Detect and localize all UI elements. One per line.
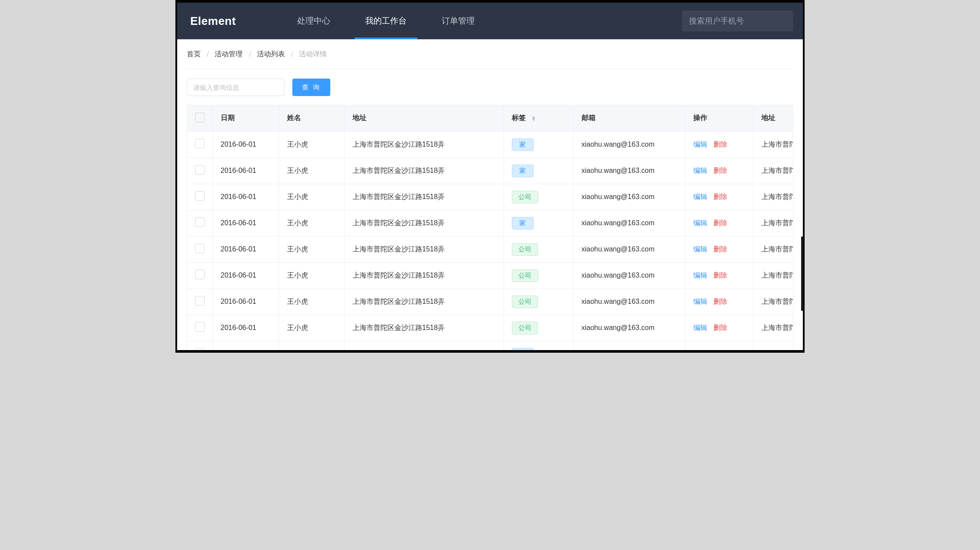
data-table: 日期 姓名 地址 标签 ▲▼ 邮箱 操作 地址 2016-06-01王小虎上海市…: [187, 105, 793, 353]
app-window: Element 处理中心我的工作台订单管理 首页/活动管理/活动列表/活动详情 …: [175, 0, 805, 353]
edit-link[interactable]: 编辑: [693, 350, 707, 353]
delete-link[interactable]: 删除: [713, 272, 727, 279]
cell-checkbox: [187, 184, 212, 210]
cell-ops: 编辑删除: [685, 210, 753, 236]
cell-addr: 上海市普陀区金沙江路1518弄: [344, 210, 504, 236]
col-addr[interactable]: 地址: [344, 105, 504, 131]
breadcrumb-item[interactable]: 首页: [187, 50, 201, 59]
tag-home: 家: [512, 138, 534, 151]
cell-name: 王小虎: [279, 262, 344, 289]
cell-addr: 上海市普陀区金沙江路1518弄: [344, 262, 504, 289]
delete-link[interactable]: 删除: [713, 245, 727, 253]
table-row: 2016-06-01王小虎上海市普陀区金沙江路1518弄家xiaohu.wang…: [187, 131, 793, 158]
delete-link[interactable]: 删除: [713, 350, 727, 353]
search-input[interactable]: [682, 10, 793, 31]
table-row: 2016-06-01王小虎上海市普陀区金沙江路1518弄公司xiaohu.wan…: [187, 262, 793, 289]
table-wrap: 日期 姓名 地址 标签 ▲▼ 邮箱 操作 地址 2016-06-01王小虎上海市…: [187, 105, 793, 353]
cell-addr: 上海市普陀区金沙江路1518弄: [344, 158, 504, 184]
col-email[interactable]: 邮箱: [573, 105, 685, 131]
cell-date: 2016-06-01: [212, 236, 279, 262]
cell-date: 2016-06-01: [212, 315, 279, 341]
tag-office: 公司: [512, 322, 538, 334]
breadcrumb-item[interactable]: 活动管理: [215, 50, 243, 59]
row-checkbox[interactable]: [195, 322, 205, 332]
cell-checkbox: [187, 262, 212, 289]
edit-link[interactable]: 编辑: [693, 167, 707, 174]
cell-ops: 编辑删除: [685, 341, 753, 353]
edit-link[interactable]: 编辑: [693, 272, 707, 279]
row-checkbox[interactable]: [195, 217, 205, 227]
row-checkbox[interactable]: [195, 139, 205, 148]
table-row: 2016-06-01王小虎上海市普陀区金沙江路1518弄公司xiaohu.wan…: [187, 289, 793, 315]
cell-addr2: 上海市普陀区: [753, 315, 793, 341]
cell-tag: 公司: [504, 184, 573, 210]
query-button[interactable]: 查 询: [292, 79, 330, 96]
cell-tag: 公司: [504, 236, 573, 262]
table-row: 2016-06-01王小虎上海市普陀区金沙江路1518弄家xiaohu.wang…: [187, 210, 793, 236]
cell-email: xiaohu.wang@163.com: [573, 184, 685, 210]
row-checkbox[interactable]: [195, 270, 205, 279]
breadcrumb-separator: /: [291, 51, 293, 58]
cell-name: 王小虎: [279, 289, 344, 315]
edit-link[interactable]: 编辑: [693, 324, 707, 331]
col-addr2[interactable]: 地址: [753, 105, 793, 131]
row-checkbox[interactable]: [195, 244, 205, 253]
edit-link[interactable]: 编辑: [693, 219, 707, 227]
col-tag-label: 标签: [512, 114, 526, 121]
cell-addr2: 上海市普陀区: [753, 341, 793, 353]
cell-addr: 上海市普陀区金沙江路1518弄: [344, 289, 504, 315]
select-all-checkbox[interactable]: [195, 113, 205, 122]
col-date[interactable]: 日期: [212, 105, 279, 131]
cell-email: xiaohu.wang@163.com: [573, 289, 685, 315]
cell-addr2: 上海市普陀区: [753, 210, 793, 236]
delete-link[interactable]: 删除: [713, 167, 727, 174]
col-tag[interactable]: 标签 ▲▼: [504, 105, 573, 131]
delete-link[interactable]: 删除: [713, 219, 727, 227]
cell-date: 2016-06-01: [212, 131, 279, 158]
cell-tag: 公司: [504, 315, 573, 341]
nav-item-orders[interactable]: 订单管理: [424, 3, 492, 39]
cell-addr2: 上海市普陀区: [753, 236, 793, 262]
delete-link[interactable]: 删除: [713, 193, 727, 200]
cell-checkbox: [187, 131, 212, 158]
cell-checkbox: [187, 158, 212, 184]
cell-name: 王小虎: [279, 210, 344, 236]
breadcrumb-row: 首页/活动管理/活动列表/活动详情: [177, 39, 803, 73]
cell-email: xiaohu.wang@163.com: [573, 341, 685, 353]
edit-link[interactable]: 编辑: [693, 298, 707, 305]
cell-addr: 上海市普陀区金沙江路1518弄: [344, 341, 504, 353]
nav-item-workbench[interactable]: 我的工作台: [348, 3, 424, 39]
breadcrumb-separator: /: [207, 51, 209, 58]
cell-ops: 编辑删除: [685, 262, 753, 289]
cell-tag: 公司: [504, 262, 573, 289]
nav-items: 处理中心我的工作台订单管理: [280, 3, 492, 39]
col-name[interactable]: 姓名: [279, 105, 344, 131]
row-checkbox[interactable]: [195, 165, 205, 175]
edit-link[interactable]: 编辑: [693, 193, 707, 200]
cell-addr: 上海市普陀区金沙江路1518弄: [344, 236, 504, 262]
sort-icon[interactable]: ▲▼: [531, 116, 536, 121]
cell-tag: 家: [504, 210, 573, 236]
cell-ops: 编辑删除: [685, 315, 753, 341]
filter-input[interactable]: [187, 79, 284, 96]
cell-addr2: 上海市普陀区: [753, 289, 793, 315]
tag-office: 公司: [512, 191, 538, 203]
delete-link[interactable]: 删除: [713, 324, 727, 331]
breadcrumb-item: 活动详情: [299, 50, 327, 59]
cell-date: 2016-06-01: [212, 341, 279, 353]
row-checkbox[interactable]: [195, 296, 205, 306]
tag-office: 公司: [512, 269, 538, 282]
breadcrumb-item[interactable]: 活动列表: [257, 50, 285, 59]
delete-link[interactable]: 删除: [713, 298, 727, 305]
brand-logo: Element: [190, 3, 280, 39]
nav-item-processing[interactable]: 处理中心: [280, 3, 348, 39]
edit-link[interactable]: 编辑: [693, 141, 707, 148]
filter-row: 查 询: [177, 73, 803, 105]
edit-link[interactable]: 编辑: [693, 245, 707, 253]
cell-email: xiaohu.wang@163.com: [573, 131, 685, 158]
row-checkbox[interactable]: [195, 348, 205, 353]
cell-checkbox: [187, 315, 212, 341]
nav-spacer: [492, 3, 682, 39]
delete-link[interactable]: 删除: [713, 141, 727, 148]
row-checkbox[interactable]: [195, 191, 205, 201]
